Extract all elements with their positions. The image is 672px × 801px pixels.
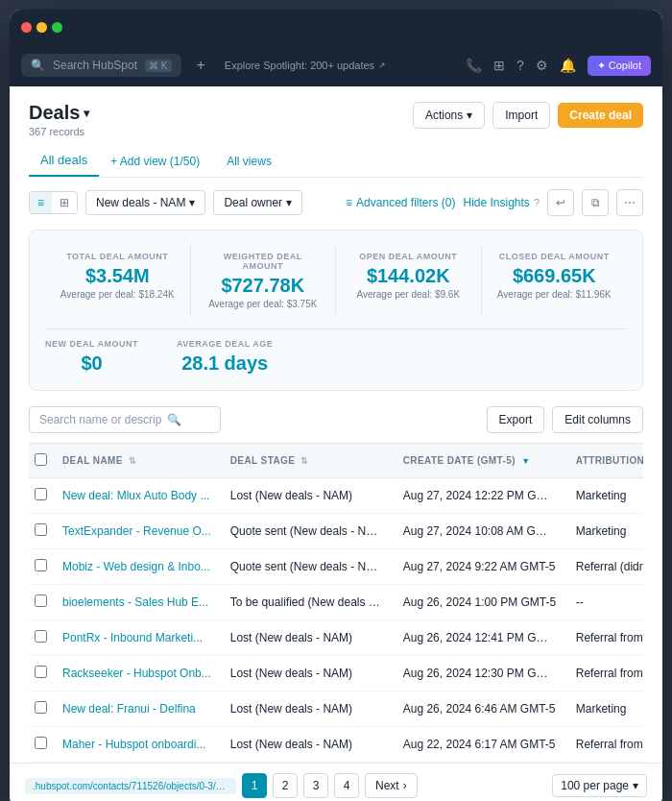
copilot-button[interactable]: ✦ Copilot [588, 56, 651, 76]
traffic-lights [21, 22, 62, 33]
actions-button[interactable]: Actions ▾ [413, 102, 485, 129]
spotlight-link[interactable]: Explore Spotlight: 200+ updates ↗ [225, 60, 386, 71]
page-4-button[interactable]: 4 [334, 773, 359, 798]
search-bar[interactable]: 🔍 Search HubSpot ⌘ K [21, 54, 181, 77]
select-all-checkbox[interactable] [35, 453, 47, 466]
deal-name-cell-0[interactable]: New deal: Mlux Auto Body ... [53, 478, 221, 514]
table-search-input[interactable]: Search name or descrip 🔍 [29, 406, 221, 433]
deal-stage-sort-icon: ⇅ [300, 456, 308, 466]
insight-open-sub: Average per deal: $9.6K [348, 289, 469, 300]
page-2-button[interactable]: 2 [273, 773, 298, 798]
deal-name-cell-6[interactable]: New deal: Franui - Delfina [53, 692, 221, 727]
insights-help-icon: ? [534, 197, 540, 208]
add-tab-button[interactable]: + [191, 55, 211, 76]
row-checkbox-6[interactable] [35, 701, 47, 714]
row-checkbox-0[interactable] [35, 488, 47, 500]
create-deal-button[interactable]: Create deal [558, 103, 643, 128]
per-page-label: 100 per page [561, 779, 629, 792]
deal-name-cell-7[interactable]: Maher - Hubspot onboardi... [53, 727, 221, 763]
next-page-button[interactable]: Next › [365, 773, 418, 798]
deal-name-cell-4[interactable]: PontRx - Inbound Marketi... [53, 620, 221, 656]
row-checkbox-7[interactable] [35, 737, 47, 749]
filter-lines-icon: ≡ [346, 196, 352, 209]
copy-button[interactable]: ⧉ [582, 189, 609, 216]
deal-owner-dropdown[interactable]: Deal owner ▾ [213, 190, 302, 215]
grid-view-button[interactable]: ⊞ [52, 192, 77, 213]
create-date-cell-0: Aug 27, 2024 12:22 PM GMT-5 [394, 478, 566, 514]
deal-name-cell-1[interactable]: TextExpander - Revenue O... [53, 514, 221, 549]
close-button[interactable] [21, 22, 32, 33]
import-button[interactable]: Import [492, 102, 550, 129]
deals-table: Deal Name ⇅ Deal Stage ⇅ Create Date (GM… [29, 443, 643, 763]
tab-all-deals[interactable]: All deals [29, 145, 99, 177]
deal-name-cell-5[interactable]: Rackseeker - Hubspot Onb... [53, 656, 221, 692]
create-date-sort-icon: ▼ [521, 456, 530, 466]
deal-stage-cell-6: Lost (New deals - NAM) [221, 692, 394, 727]
pagination-bar: .hubspot.com/contacts/711526/objects/0-3… [10, 763, 662, 801]
per-page-select[interactable]: 100 per page ▾ [552, 774, 647, 797]
col-deal-stage[interactable]: Deal Stage ⇅ [221, 444, 394, 478]
help-icon[interactable]: ? [516, 58, 524, 73]
deal-stage-cell-2: Quote sent (New deals - NAM) [221, 549, 394, 585]
create-date-cell-5: Aug 26, 2024 12:30 PM GMT-5 [394, 656, 566, 692]
deal-owner-chevron-icon: ▾ [286, 196, 292, 209]
row-checkbox-cell-0[interactable] [29, 478, 53, 514]
row-checkbox-cell-6[interactable] [29, 692, 53, 727]
row-checkbox-cell-2[interactable] [29, 549, 53, 585]
row-checkbox-cell-3[interactable] [29, 585, 53, 620]
add-view-tab[interactable]: + Add view (1/50) [99, 147, 211, 176]
export-button[interactable]: Export [487, 406, 545, 433]
title-chevron-icon[interactable]: ▾ [84, 107, 89, 120]
attribution-cell-7: Referral from Hu... [566, 727, 643, 763]
deal-name-cell-3[interactable]: bioelements - Sales Hub E... [53, 585, 221, 620]
col-create-date[interactable]: Create Date (GMT-5) ▼ [394, 444, 566, 478]
row-checkbox-cell-7[interactable] [29, 727, 53, 763]
insight-new-deal-value: $0 [45, 352, 138, 375]
view-dropdown[interactable]: New deals - NAM ▾ [85, 190, 205, 215]
deal-name-sort-icon: ⇅ [129, 456, 136, 466]
select-all-header[interactable] [29, 444, 53, 478]
more-options-button[interactable]: ⋯ [616, 189, 643, 216]
insight-total-label: Total Deal Amount [57, 252, 179, 261]
page-1-button[interactable]: 1 [242, 773, 267, 798]
col-deal-name[interactable]: Deal Name ⇅ [53, 444, 221, 478]
actions-chevron-icon: ▾ [467, 109, 472, 122]
title-text: Deals [29, 102, 80, 124]
row-checkbox-cell-5[interactable] [29, 656, 53, 692]
page-3-button[interactable]: 3 [303, 773, 328, 798]
row-checkbox-cell-1[interactable] [29, 514, 53, 549]
grid-icon[interactable]: ⊞ [493, 58, 505, 73]
attribution-cell-6: Marketing [566, 692, 643, 727]
attribution-cell-2: Referral (didn't p... [566, 549, 643, 585]
phone-icon[interactable]: 📞 [466, 58, 482, 73]
row-checkbox-3[interactable] [35, 595, 47, 607]
deal-name-cell-2[interactable]: Mobiz - Web design & Inbo... [53, 549, 221, 585]
all-views-tab[interactable]: All views [215, 147, 283, 176]
list-view-button[interactable]: ≡ [30, 192, 52, 213]
deal-stage-cell-7: Lost (New deals - NAM) [221, 727, 394, 763]
table-row: Rackseeker - Hubspot Onb... Lost (New de… [29, 656, 643, 692]
row-checkbox-5[interactable] [35, 666, 47, 678]
record-count: 367 records [29, 126, 89, 137]
insight-weighted-value: $727.78K [203, 275, 324, 297]
hide-insights-button[interactable]: Hide Insights ? [464, 196, 540, 209]
undo-button[interactable]: ↩ [547, 189, 574, 216]
settings-icon[interactable]: ⚙ [536, 58, 548, 73]
bell-icon[interactable]: 🔔 [560, 58, 576, 73]
create-date-cell-3: Aug 26, 2024 1:00 PM GMT-5 [394, 585, 566, 620]
row-checkbox-cell-4[interactable] [29, 620, 53, 656]
advanced-filters-button[interactable]: ≡ Advanced filters (0) [346, 196, 455, 209]
row-checkbox-1[interactable] [35, 523, 47, 536]
insight-open-deal: Open Deal Amount $144.02K Average per de… [336, 244, 482, 317]
row-checkbox-2[interactable] [35, 559, 47, 571]
view-dropdown-chevron-icon: ▾ [189, 196, 195, 209]
minimize-button[interactable] [36, 22, 47, 33]
attribution-cell-1: Marketing [566, 514, 643, 549]
fullscreen-button[interactable] [52, 22, 62, 33]
table-container: Deal Name ⇅ Deal Stage ⇅ Create Date (GM… [29, 443, 643, 763]
attribution-cell-5: Referral from Hu... [566, 656, 643, 692]
edit-columns-button[interactable]: Edit columns [552, 406, 643, 433]
filter-bar: ≡ ⊞ New deals - NAM ▾ Deal owner ▾ ≡ Adv… [29, 189, 643, 216]
row-checkbox-4[interactable] [35, 630, 47, 643]
advanced-filters-label: Advanced filters (0) [356, 196, 455, 209]
